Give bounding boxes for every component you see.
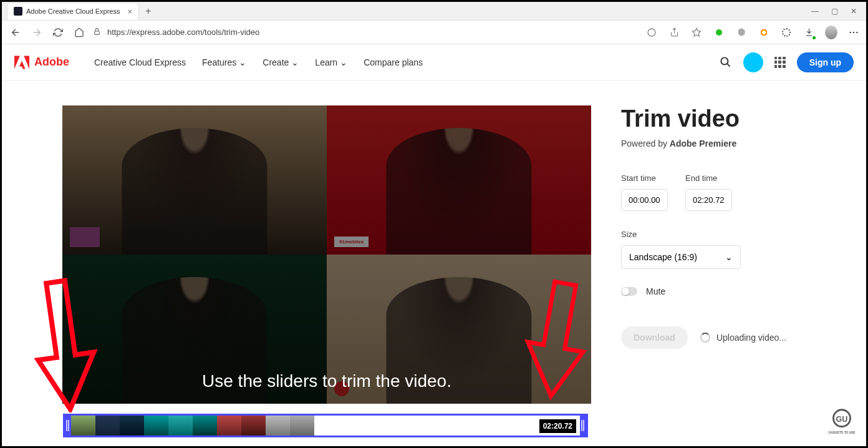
- minimize-button[interactable]: —: [811, 7, 819, 16]
- trim-handle-right[interactable]: [580, 414, 586, 437]
- controls-panel: Trim video Powered by Adobe Premiere Sta…: [621, 105, 833, 404]
- mute-toggle[interactable]: [621, 287, 637, 296]
- share-icon[interactable]: [668, 26, 680, 39]
- address-bar[interactable]: https://express.adobe.com/tools/trim-vid…: [93, 27, 639, 37]
- thumbnail: [241, 416, 266, 436]
- start-time-label: Start time: [621, 173, 668, 183]
- adobe-logo[interactable]: Adobe: [14, 56, 69, 69]
- thumbnail: [266, 416, 290, 436]
- back-button[interactable]: [8, 25, 23, 40]
- ext-yellow-icon[interactable]: [758, 26, 770, 39]
- trim-handle-left[interactable]: [65, 414, 71, 437]
- mute-row: Mute: [621, 286, 833, 296]
- header-right: Sign up: [720, 52, 854, 72]
- video-area: 91mobiles Use the sliders to trim the vi…: [62, 105, 591, 404]
- user-avatar[interactable]: [743, 52, 763, 72]
- toolbar-extensions: ⋯: [645, 26, 860, 39]
- window-controls: — ▢ ✕: [811, 7, 866, 16]
- nav-compare[interactable]: Compare plans: [364, 57, 423, 67]
- svg-point-2: [721, 57, 728, 64]
- timeline-end-time: 02:20.72: [539, 419, 576, 433]
- trim-timeline[interactable]: 02:20.72: [63, 414, 588, 437]
- site-header: Adobe Creative Cloud Express Features ⌄ …: [2, 44, 866, 80]
- svg-text:GADGETS TO USE: GADGETS TO USE: [828, 431, 856, 434]
- ext-green-icon[interactable]: [713, 26, 725, 39]
- apps-grid-icon[interactable]: [774, 57, 786, 68]
- favorites-icon[interactable]: [690, 26, 703, 39]
- time-inputs: Start time End time: [621, 173, 833, 211]
- video-overlay: [62, 105, 591, 404]
- panel-title: Trim video: [621, 105, 833, 132]
- profile-icon[interactable]: [825, 26, 837, 39]
- main-content: 91mobiles Use the sliders to trim the vi…: [2, 80, 866, 404]
- browser-titlebar: Adobe Creative Cloud Express × + — ▢ ✕: [2, 2, 866, 21]
- nav-learn[interactable]: Learn ⌄: [315, 57, 347, 67]
- forward-button[interactable]: [29, 25, 44, 40]
- mute-label: Mute: [646, 286, 665, 296]
- adobe-logo-text: Adobe: [34, 56, 69, 69]
- tracker-icon[interactable]: [645, 26, 658, 39]
- home-button[interactable]: [72, 25, 87, 40]
- action-row: Download Uploading video...: [621, 326, 833, 349]
- browser-tab[interactable]: Adobe Creative Cloud Express ×: [7, 2, 139, 20]
- url-text: https://express.adobe.com/tools/trim-vid…: [107, 27, 259, 37]
- reload-button[interactable]: [51, 25, 65, 40]
- size-value: Landscape (16:9): [629, 252, 697, 262]
- thumbnail: [120, 416, 144, 436]
- svg-rect-0: [95, 31, 100, 34]
- thumbnail: [95, 416, 120, 436]
- size-select[interactable]: Landscape (16:9) ⌄: [621, 245, 741, 269]
- chevron-down-icon: ⌄: [291, 57, 299, 67]
- thumbnail: [168, 416, 193, 436]
- svg-text:GU: GU: [836, 415, 848, 424]
- thumbnail: [217, 416, 241, 436]
- thumbnail: [71, 416, 95, 436]
- more-icon[interactable]: ⋯: [847, 26, 860, 39]
- tab-title: Adobe Creative Cloud Express: [26, 7, 120, 15]
- nav-menu: Creative Cloud Express Features ⌄ Create…: [94, 57, 423, 67]
- watermark-logo: GUGADGETS TO USE: [824, 405, 860, 441]
- panel-subtitle: Powered by Adobe Premiere: [621, 139, 833, 149]
- overlay-instruction: Use the sliders to trim the video.: [202, 371, 451, 391]
- ext-shield-icon[interactable]: [735, 26, 748, 39]
- nav-features[interactable]: Features ⌄: [202, 57, 246, 67]
- chevron-down-icon: ⌄: [340, 57, 347, 67]
- close-window-button[interactable]: ✕: [851, 7, 857, 16]
- chevron-down-icon: ⌄: [725, 252, 733, 262]
- start-time-input[interactable]: [621, 189, 668, 211]
- search-button[interactable]: [720, 56, 732, 69]
- ext-gear-icon[interactable]: [780, 26, 793, 39]
- end-time-input[interactable]: [685, 189, 732, 211]
- spinner-icon: [700, 333, 710, 343]
- nav-creative-cloud[interactable]: Creative Cloud Express: [94, 57, 186, 67]
- end-time-label: End time: [685, 173, 732, 183]
- annotation-arrow-right: [518, 270, 593, 410]
- annotation-arrow-left: [30, 275, 105, 415]
- downloads-icon[interactable]: [803, 26, 815, 39]
- start-time-group: Start time: [621, 173, 668, 211]
- close-tab-icon[interactable]: ×: [127, 7, 132, 16]
- maximize-button[interactable]: ▢: [831, 7, 838, 16]
- video-preview[interactable]: 91mobiles Use the sliders to trim the vi…: [62, 105, 591, 404]
- nav-create[interactable]: Create ⌄: [263, 57, 299, 67]
- new-tab-button[interactable]: +: [145, 6, 151, 17]
- download-button: Download: [621, 326, 688, 349]
- favicon-icon: [14, 7, 22, 16]
- browser-toolbar: https://express.adobe.com/tools/trim-vid…: [2, 21, 866, 44]
- status-text: Uploading video...: [716, 333, 786, 343]
- upload-status: Uploading video...: [700, 333, 786, 343]
- lock-icon: [93, 27, 101, 37]
- size-label: Size: [621, 230, 833, 239]
- end-time-group: End time: [685, 173, 732, 211]
- svg-point-1: [648, 29, 655, 36]
- chevron-down-icon: ⌄: [239, 57, 246, 67]
- adobe-logo-icon: [14, 56, 29, 69]
- timeline-thumbnails: [71, 416, 314, 436]
- thumbnail: [193, 416, 217, 436]
- thumbnail: [144, 416, 168, 436]
- thumbnail: [290, 416, 314, 436]
- signup-button[interactable]: Sign up: [797, 52, 854, 72]
